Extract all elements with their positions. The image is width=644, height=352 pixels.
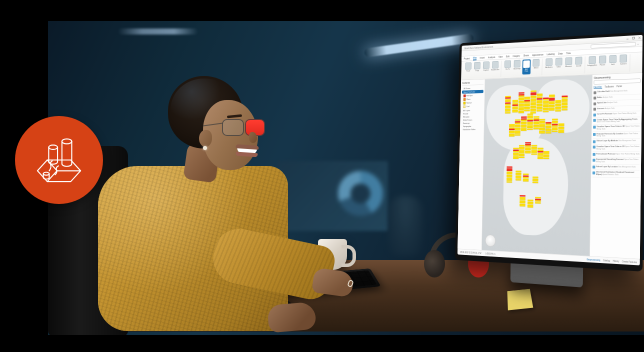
cube-stack <box>513 148 519 160</box>
cube-stack <box>533 116 539 130</box>
ribbon-tab-insert[interactable]: Insert <box>480 56 485 59</box>
ribbon-btn-pause[interactable]: Pause <box>598 56 607 72</box>
ribbon-tab-project[interactable]: Project <box>464 57 470 60</box>
ribbon-tab-map[interactable]: Map <box>473 56 477 60</box>
ribbon-btn-locate[interactable]: Locate <box>574 56 583 72</box>
background-person <box>388 196 423 256</box>
ribbon-tab-time[interactable]: Time <box>566 52 571 54</box>
ribbon-btn-attributes[interactable]: Attributes <box>544 58 553 74</box>
status-tab-geoprocessing[interactable]: Geoprocessing <box>586 258 600 261</box>
smile <box>237 146 258 155</box>
ribbon-tab-edit[interactable]: Edit <box>506 55 510 58</box>
tool-item[interactable]: Visualize Space Time Cube in 2D Space Ti… <box>593 144 640 152</box>
cube-stack <box>531 145 537 155</box>
tool-item[interactable]: Subset Layer By Location Data Management… <box>592 164 640 170</box>
cube-stack <box>546 122 552 134</box>
status-tab-create-features[interactable]: Create Features <box>622 260 637 264</box>
monitor: Brazil Zero National Environment ⌕ <box>455 32 644 272</box>
tool-item[interactable]: Exponential Smoothing Forecast Space Tim… <box>592 158 640 165</box>
tool-item[interactable]: Subset Layer By Attribute Data Managemen… <box>593 138 640 144</box>
app-body: Contents 3D Scene SpaceTimeCube Hot Spot… <box>458 73 642 259</box>
tool-item[interactable]: Visualize Space Time Cube in 3D Space Ti… <box>593 124 640 132</box>
sticky-note <box>507 289 533 310</box>
ribbon-tab-analysis[interactable]: Analysis <box>488 56 496 58</box>
ribbon-btn-measure[interactable]: Measure <box>564 57 573 72</box>
monitor-bezel: Brazil Zero National Environment ⌕ <box>455 32 644 272</box>
cube-stack <box>562 96 568 110</box>
cube-stack <box>555 100 561 112</box>
cube-stack <box>520 195 526 206</box>
cube-stack <box>523 174 529 182</box>
cube-stack <box>518 92 524 114</box>
ribbon-tab-imagery[interactable]: Imagery <box>512 54 520 58</box>
ribbon-btn-clear[interactable]: Clear <box>554 58 564 73</box>
ribbon-btn-infographics[interactable]: Infographics <box>588 56 596 72</box>
cube-stack <box>527 200 533 208</box>
tool-item[interactable]: Evaluate Forecasts By Location Space Tim… <box>593 132 640 139</box>
ceiling-light-2 <box>118 28 198 34</box>
cube-stack <box>549 94 555 111</box>
ribbon-tab-labeling[interactable]: Labeling <box>546 52 554 56</box>
gp-tab-favorites[interactable]: Favorites <box>594 86 602 88</box>
ribbon-btn-paste[interactable]: Paste <box>464 62 472 78</box>
gp-tab-toolboxes[interactable]: Toolboxes <box>604 86 614 88</box>
status-elevation: 1,083.976 m <box>485 252 495 255</box>
ribbon-btn-add-data[interactable]: Add Data <box>522 60 530 75</box>
cube-stack <box>506 166 512 183</box>
cube-stack <box>530 90 536 114</box>
close-icon[interactable] <box>638 36 642 40</box>
ribbon-btn-go-to[interactable]: Go To <box>504 60 512 76</box>
tool-search-input[interactable] <box>594 78 640 84</box>
ribbon-btn-bookmarks[interactable]: Bookmarks <box>491 61 499 76</box>
maximize-icon[interactable] <box>632 36 636 40</box>
status-tab-history[interactable]: History <box>612 260 619 262</box>
ceiling-light <box>364 34 474 58</box>
tool-item[interactable]: Directional Distribution (Standard Devia… <box>592 170 640 178</box>
cube-stack <box>535 197 541 204</box>
cube-stack <box>539 119 545 134</box>
person <box>68 61 328 335</box>
legend-item: Cool <box>462 104 483 108</box>
tool-item[interactable]: Create Space Time Cube By Aggregating Po… <box>593 117 640 125</box>
ribbon-tab-data[interactable]: Data <box>558 52 562 55</box>
cube-stack <box>527 114 533 130</box>
nose <box>249 132 257 143</box>
ribbon-tab-appearance[interactable]: Appearance <box>532 53 544 56</box>
search-icon[interactable]: ⌕ <box>638 42 639 45</box>
head <box>168 76 256 176</box>
map-3d-view[interactable] <box>482 75 592 256</box>
cube-stack <box>542 98 548 112</box>
cube-stack <box>516 170 522 180</box>
ribbon-tab-share[interactable]: Share <box>524 54 529 57</box>
cube-stack <box>544 151 550 160</box>
glasses <box>222 119 267 137</box>
ribbon-btn-select[interactable]: Select <box>532 59 540 74</box>
analytics-badge-icon <box>15 116 103 204</box>
svg-point-4 <box>44 172 50 176</box>
left-hand <box>267 302 316 333</box>
ear <box>199 130 212 147</box>
cube-stack <box>552 119 558 132</box>
toc-item[interactable]: Standalone Tables <box>461 128 482 131</box>
cube-stack <box>512 100 518 112</box>
ribbon-tab-view[interactable]: View <box>498 55 503 58</box>
status-tab-catalog[interactable]: Catalog <box>603 259 610 262</box>
cube-stack <box>558 123 564 133</box>
ribbon-btn-convert[interactable]: Convert <box>618 54 628 70</box>
cube-stack <box>508 124 514 137</box>
gp-tab-portal[interactable]: Portal <box>616 85 622 88</box>
minimize-icon[interactable] <box>626 36 630 40</box>
cube-stack <box>514 120 520 136</box>
ribbon-btn-copy[interactable]: Copy <box>473 62 481 77</box>
space-time-cubes <box>496 86 576 234</box>
ribbon-btn-explore[interactable]: Explore <box>482 62 490 76</box>
navigator-compass-icon[interactable] <box>485 234 496 247</box>
background-donut-chart <box>338 171 383 216</box>
project-title: Brazil Zero National Environment <box>464 45 493 50</box>
ribbon-btn-lock[interactable]: Lock <box>608 55 618 71</box>
ribbon-btn-basemap[interactable]: Basemap <box>513 60 522 75</box>
cube-stack <box>524 96 530 112</box>
tool-item[interactable]: Forest-based Forecast Space Time Pattern… <box>592 152 640 158</box>
hero-photo: Brazil Zero National Environment ⌕ <box>48 21 644 335</box>
cube-stack <box>521 116 527 132</box>
